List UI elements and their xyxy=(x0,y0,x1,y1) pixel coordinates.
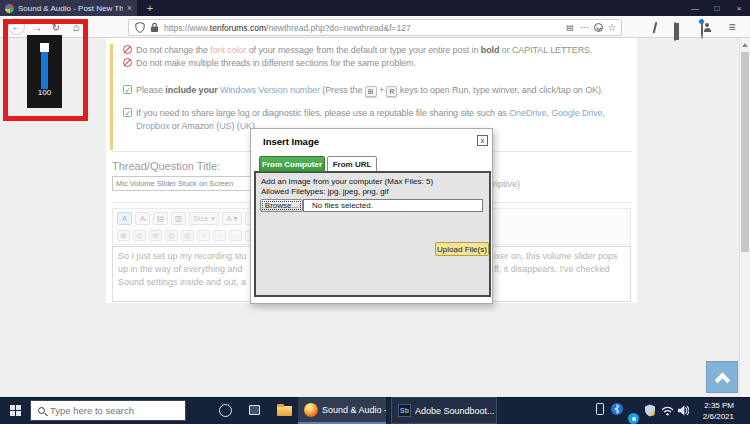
windows-logo-icon xyxy=(10,405,15,410)
cortana-icon[interactable] xyxy=(219,404,232,417)
indent-icon[interactable]: → xyxy=(229,230,242,241)
font-color-link[interactable]: font color xyxy=(210,45,246,55)
upload-files-button[interactable]: Upload File(s) xyxy=(435,242,489,256)
prohibited-icon xyxy=(123,58,132,67)
post-text-left: So I just set up my recording stu up in … xyxy=(118,250,247,289)
task-view-icon[interactable] xyxy=(249,405,260,415)
account-notification-dot xyxy=(699,19,704,24)
reader-view-icon[interactable]: ▤ xyxy=(563,23,577,32)
taskbar-soundbooth-button[interactable]: Sb Adobe Soundboot... xyxy=(391,397,497,424)
browser-titlebar: Sound & Audio - Post New Thr × + — □ × xyxy=(0,0,750,16)
menu-hamburger-icon[interactable]: ≡ xyxy=(725,20,739,34)
forum-rules: Do not change the font color of your mes… xyxy=(123,44,635,133)
sidebar-glyph xyxy=(674,22,676,41)
prohibited-icon xyxy=(123,45,132,54)
account-glyph xyxy=(701,20,703,39)
page-actions-icon[interactable]: ⋯ xyxy=(577,23,591,32)
r-key-icon: R xyxy=(386,86,397,97)
window-minimize-button[interactable]: — xyxy=(684,0,706,16)
columns-icon[interactable]: ▥ xyxy=(133,230,146,241)
file-field[interactable]: No files selected. xyxy=(303,199,483,212)
pocket-glyph xyxy=(594,23,603,32)
windows-key-icon: ⊞ xyxy=(365,86,377,97)
taskbar-search[interactable] xyxy=(30,400,186,421)
bookmark-star-icon[interactable]: ☆ xyxy=(605,22,619,33)
align-left-icon[interactable]: ≡ xyxy=(197,230,210,241)
network-icon[interactable] xyxy=(661,403,674,418)
tenforums-favicon xyxy=(5,4,14,13)
taskbar-firefox-button[interactable]: Sound & Audio - P... xyxy=(298,397,386,424)
search-input[interactable] xyxy=(50,405,165,416)
checkbox-icon xyxy=(123,85,132,94)
pocket-icon[interactable] xyxy=(591,23,605,32)
post-text-right: ixer on, this volume slider pops ff, it … xyxy=(494,250,618,276)
insert-image-dialog: Insert Image x From Computer From URL Ad… xyxy=(250,128,493,304)
account-icon[interactable] xyxy=(701,21,703,39)
url-text: https://www.tenforums.com/newthread.php?… xyxy=(164,23,563,33)
dialog-instruction: Add an Image from your computer (Max Fil… xyxy=(261,177,433,186)
soundbooth-window-label: Adobe Soundboot... xyxy=(415,406,495,416)
volume-speaker-icon[interactable] xyxy=(677,403,689,418)
rules-quote-border xyxy=(110,44,113,150)
window-maximize-button[interactable]: □ xyxy=(706,0,728,16)
scrollbar-thumb[interactable] xyxy=(741,52,749,252)
firefox-window-label: Sound & Audio - P... xyxy=(322,405,386,415)
tab-from-url[interactable]: From URL xyxy=(327,156,377,172)
font-size-select[interactable]: Size ▾ xyxy=(189,212,219,225)
soundbooth-icon: Sb xyxy=(398,404,411,417)
window-close-button[interactable]: × xyxy=(728,0,750,16)
back-to-top-button[interactable] xyxy=(706,361,738,393)
table-icon[interactable]: ▦ xyxy=(117,230,130,241)
copy-icon[interactable]: ▤ xyxy=(153,212,168,225)
dialog-title: Insert Image xyxy=(263,136,319,147)
amazon-us-link[interactable]: US xyxy=(219,121,231,131)
dialog-panel: Add an Image from your computer (Max Fil… xyxy=(254,171,491,297)
screen: Sound & Audio - Post New Thr × + — □ × ←… xyxy=(0,0,750,424)
browser-tab[interactable]: Sound & Audio - Post New Thr × xyxy=(0,0,137,16)
dialog-filetypes: Allowed Filetypes: jpg, jpeg, png, gif xyxy=(261,187,389,196)
file-explorer-icon[interactable] xyxy=(277,406,292,416)
firefox-icon xyxy=(304,403,318,417)
checkbox-icon xyxy=(123,108,132,117)
insert-column-icon[interactable]: ▨ xyxy=(181,230,194,241)
start-button[interactable] xyxy=(0,397,30,424)
address-bar[interactable]: https://www.tenforums.com/newthread.php?… xyxy=(128,19,622,36)
dropbox-link[interactable]: Dropbox xyxy=(136,121,169,131)
font-color-select[interactable]: A ▾ xyxy=(222,212,242,225)
chevron-up-icon xyxy=(714,372,730,388)
new-tab-button[interactable]: + xyxy=(142,0,158,16)
merge-cells-icon[interactable]: ▤ xyxy=(149,230,162,241)
security-shield-icon[interactable] xyxy=(644,403,656,418)
dialog-close-button[interactable]: x xyxy=(477,135,488,146)
red-annotation-box xyxy=(3,19,88,121)
google-drive-link[interactable]: Google Drive xyxy=(551,108,602,118)
paste-icon[interactable]: ▥ xyxy=(171,212,186,225)
remove-format-icon[interactable]: A̶ xyxy=(135,212,150,225)
rule-line-1: Do not change the font color of your mes… xyxy=(123,44,635,57)
editor-mode-icon[interactable]: A xyxy=(117,212,132,225)
tab-from-computer[interactable]: From Computer xyxy=(259,156,325,172)
clock-time: 2:35 PM xyxy=(692,401,734,412)
clock-date: 2/6/2021 xyxy=(692,412,734,423)
settings-tray-icon[interactable] xyxy=(628,413,639,424)
insert-row-icon[interactable]: ▧ xyxy=(165,230,178,241)
onedrive-link[interactable]: OneDrive xyxy=(509,108,546,118)
windows-version-link[interactable]: Windows Version number xyxy=(220,85,320,95)
lock-icon[interactable] xyxy=(150,19,159,37)
phone-tray-icon[interactable] xyxy=(596,403,604,415)
title-hint-fragment: riptive) xyxy=(493,179,520,189)
rule-line-2: Do not make multiple threads in differen… xyxy=(123,57,635,70)
scroll-up-arrow-icon[interactable] xyxy=(742,43,748,47)
list-icon[interactable]: ∷ xyxy=(213,230,226,241)
taskbar-clock[interactable]: 2:35 PM 2/6/2021 xyxy=(692,401,734,422)
thread-title-label: Thread/Question Title: xyxy=(112,160,220,172)
tab-close-icon[interactable]: × xyxy=(127,3,132,13)
tracking-shield-icon[interactable] xyxy=(135,19,145,37)
rule-line-3: Please include your Windows Version numb… xyxy=(123,84,635,97)
search-icon xyxy=(38,407,45,414)
rule-line-4: If you need to share large log or diagno… xyxy=(123,107,635,120)
tab-title: Sound & Audio - Post New Thr xyxy=(18,4,123,13)
sidebar-icon[interactable] xyxy=(674,23,676,41)
browse-button[interactable]: Browse... xyxy=(260,199,303,212)
bluetooth-icon[interactable] xyxy=(611,403,623,415)
